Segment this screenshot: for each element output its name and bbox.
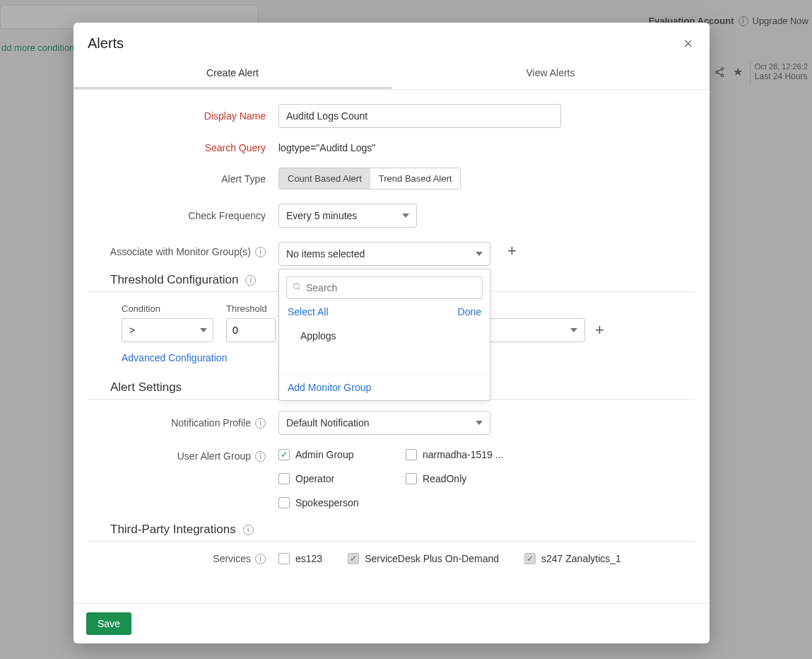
info-icon[interactable]: i <box>255 418 266 428</box>
user-group-operator[interactable]: Operator <box>278 473 377 484</box>
label-threshold: Threshold <box>226 303 276 314</box>
user-group-label: ReadOnly <box>423 473 466 484</box>
condition-value: > <box>129 325 135 336</box>
label-search-query: Search Query <box>88 142 278 153</box>
label-services-text: Services <box>213 553 251 564</box>
condition-select[interactable]: > <box>122 318 213 342</box>
service-label: s247 Zanalytics_1 <box>541 553 621 564</box>
notification-profile-value: Default Notification <box>286 417 370 428</box>
monitor-group-list: Applogs <box>279 323 490 374</box>
threshold-config-title: Threshold Configuration <box>110 273 238 287</box>
user-group-narmadha[interactable]: narmadha-1519 ... <box>406 449 505 460</box>
modal-tabs: Create Alert View Alerts <box>73 60 710 90</box>
svg-point-5 <box>294 284 300 289</box>
service-label: ServiceDesk Plus On-Demand <box>365 553 499 564</box>
checkbox[interactable] <box>524 553 536 564</box>
user-alert-group-grid: Admin Group narmadha-1519 ... Operator R… <box>278 449 618 508</box>
service-label: es123 <box>295 553 322 564</box>
select-all-link[interactable]: Select All <box>288 306 329 317</box>
info-icon[interactable]: i <box>243 525 254 535</box>
modal-footer: Save <box>73 603 710 643</box>
label-user-alert-group: User Alert Group i <box>88 449 278 462</box>
user-group-readonly[interactable]: ReadOnly <box>406 473 505 484</box>
info-icon[interactable]: i <box>245 275 256 286</box>
label-user-alert-group-text: User Alert Group <box>177 450 251 462</box>
checkbox[interactable] <box>348 553 359 564</box>
save-button[interactable]: Save <box>86 612 131 635</box>
label-alert-type: Alert Type <box>88 173 278 185</box>
user-group-label: narmadha-1519 ... <box>423 449 503 460</box>
monitor-group-select[interactable]: No items selected <box>278 242 490 266</box>
alert-type-toggle: Count Based Alert Trend Based Alert <box>278 168 461 189</box>
info-icon[interactable]: i <box>255 451 266 462</box>
check-frequency-select[interactable]: Every 5 minutes <box>278 204 417 228</box>
label-display-name: Display Name <box>88 110 278 122</box>
checkbox[interactable] <box>406 449 417 460</box>
add-monitor-group-button[interactable]: + <box>507 243 517 259</box>
label-check-frequency: Check Frequency <box>88 210 278 221</box>
user-group-spokesperson[interactable]: Spokesperson <box>278 497 377 508</box>
modal-body: Display Name Search Query logtype="Audit… <box>73 90 710 603</box>
monitor-group-selected: No items selected <box>286 248 365 259</box>
checkbox[interactable] <box>278 553 290 564</box>
checkbox[interactable] <box>406 473 417 484</box>
close-icon[interactable]: × <box>681 36 695 52</box>
monitor-group-search[interactable] <box>286 276 483 299</box>
modal-header: Alerts × <box>73 23 710 60</box>
add-threshold-button[interactable]: + <box>595 322 604 338</box>
user-group-admin[interactable]: Admin Group <box>278 449 377 460</box>
third-party-header: Third-Party Integrations i <box>110 523 695 537</box>
threshold-input[interactable] <box>226 318 276 342</box>
checkbox[interactable] <box>278 449 290 460</box>
check-frequency-value: Every 5 minutes <box>286 210 357 221</box>
done-link[interactable]: Done <box>458 306 481 317</box>
label-condition: Condition <box>122 303 213 314</box>
notification-profile-select[interactable]: Default Notification <box>278 411 490 435</box>
chevron-down-icon <box>476 252 483 256</box>
service-s247[interactable]: s247 Zanalytics_1 <box>524 553 621 564</box>
label-notification-profile: Notification Profile i <box>88 417 278 428</box>
label-services: Services i <box>88 553 278 564</box>
service-es123[interactable]: es123 <box>278 553 322 564</box>
trend-based-alert-button[interactable]: Trend Based Alert <box>370 168 461 189</box>
svg-line-6 <box>298 288 300 290</box>
user-group-label: Operator <box>295 473 334 484</box>
user-group-label: Admin Group <box>295 449 353 460</box>
count-based-alert-button[interactable]: Count Based Alert <box>279 168 370 189</box>
alerts-modal: Alerts × Create Alert View Alerts Displa… <box>73 23 710 643</box>
label-associate: Associate with Monitor Group(s) i <box>88 242 278 257</box>
modal-title: Alerts <box>88 35 124 52</box>
label-notification-profile-text: Notification Profile <box>171 417 251 428</box>
chevron-down-icon <box>570 328 577 332</box>
service-servicedesk[interactable]: ServiceDesk Plus On-Demand <box>348 553 499 564</box>
monitor-group-search-input[interactable] <box>306 282 476 293</box>
monitor-group-item[interactable]: Applogs <box>279 323 490 349</box>
checkbox[interactable] <box>278 473 290 484</box>
chevron-down-icon <box>476 421 483 425</box>
monitor-group-dropdown: Select All Done Applogs Add Monitor Grou… <box>278 269 490 401</box>
info-icon[interactable]: i <box>255 247 266 257</box>
label-associate-text: Associate with Monitor Group(s) <box>110 246 251 257</box>
tab-view-alerts[interactable]: View Alerts <box>392 60 710 89</box>
add-monitor-group-link[interactable]: Add Monitor Group <box>288 382 371 393</box>
checkbox[interactable] <box>278 497 290 508</box>
search-query-value: logtype="Auditd Logs" <box>278 142 375 153</box>
display-name-input[interactable] <box>278 104 561 128</box>
search-icon <box>293 282 302 293</box>
info-icon[interactable]: i <box>255 554 266 564</box>
third-party-title: Third-Party Integrations <box>110 523 236 537</box>
chevron-down-icon <box>200 328 207 332</box>
advanced-config-link[interactable]: Advanced Configuration <box>122 352 227 363</box>
chevron-down-icon <box>402 214 409 218</box>
tab-create-alert[interactable]: Create Alert <box>73 60 392 89</box>
user-group-label: Spokesperson <box>295 497 359 508</box>
divider <box>88 541 695 542</box>
